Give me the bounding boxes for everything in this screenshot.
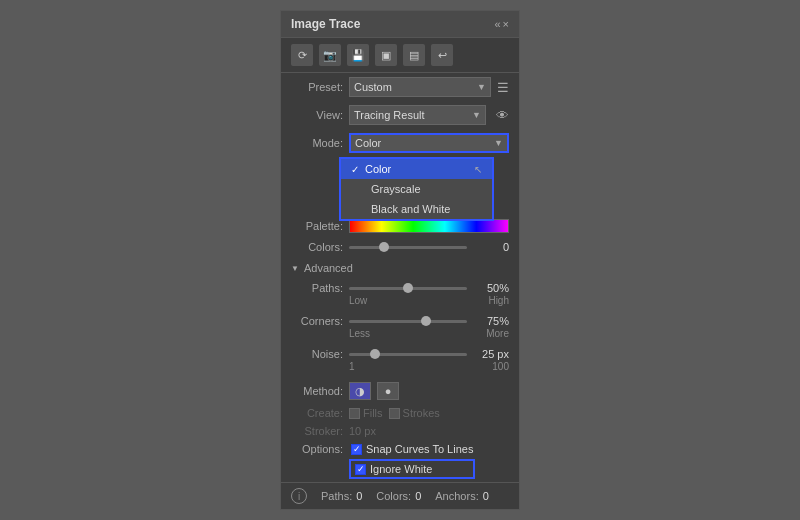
info-icon[interactable]: i — [291, 488, 307, 504]
fills-label: Fills — [363, 407, 383, 419]
close-icon[interactable]: × — [503, 18, 509, 30]
colors-row: Colors: 0 — [281, 237, 519, 257]
view-value: Tracing Result — [354, 109, 425, 121]
noise-min-label: 1 — [349, 361, 355, 372]
options-row: Options: ✓ Snap Curves To Lines ✓ Ignore… — [281, 440, 519, 482]
method-btn2[interactable]: ● — [377, 382, 399, 400]
paths-slider-wrap — [349, 287, 467, 290]
panel-header: Image Trace « × — [281, 11, 519, 38]
stroker-value: 10 px — [349, 425, 376, 437]
create-row: Create: Fills Strokes — [281, 404, 519, 422]
paths-slider-thumb[interactable] — [403, 283, 413, 293]
dropdown-bw-label: Black and White — [371, 203, 450, 215]
palette-gradient — [349, 219, 509, 233]
mode-dropdown-menu: ✓ Color ↖ Grayscale Black and White — [339, 157, 494, 221]
status-colors-value: 0 — [415, 490, 421, 502]
corners-more-label: More — [486, 328, 509, 339]
paths-slider-track[interactable] — [349, 287, 467, 290]
view-eye-icon[interactable]: 👁 — [496, 108, 509, 123]
advanced-section: ▼ Advanced — [281, 257, 519, 279]
preset-label: Preset: — [291, 81, 343, 93]
toolbar-trace-icon[interactable]: ⟳ — [291, 44, 313, 66]
noise-value: 25 px — [473, 348, 509, 360]
view-label: View: — [291, 109, 343, 121]
ignore-white-checkbox[interactable]: ✓ — [355, 464, 366, 475]
corners-slider-row: Corners: 75% Less More — [281, 312, 519, 345]
check-icon: ✓ — [351, 164, 359, 175]
colors-label: Colors: — [291, 241, 343, 253]
corners-slider-track[interactable] — [349, 320, 467, 323]
strokes-checkbox-label[interactable]: Strokes — [389, 407, 440, 419]
preset-value: Custom — [354, 81, 392, 93]
stroker-label: Stroker: — [291, 425, 343, 437]
noise-max-label: 100 — [492, 361, 509, 372]
paths-value: 50% — [473, 282, 509, 294]
mode-select[interactable]: Color ▼ — [349, 133, 509, 153]
stroker-row: Stroker: 10 px — [281, 422, 519, 440]
noise-slider-thumb[interactable] — [370, 349, 380, 359]
fills-checkbox-label[interactable]: Fills — [349, 407, 383, 419]
strokes-checkbox[interactable] — [389, 408, 400, 419]
paths-label: Paths: — [291, 282, 343, 294]
colors-slider-wrap — [349, 246, 467, 249]
fills-checkbox[interactable] — [349, 408, 360, 419]
preset-menu-icon[interactable]: ☰ — [497, 80, 509, 95]
view-row: View: Tracing Result ▼ 👁 — [281, 101, 519, 129]
dropdown-item-bw[interactable]: Black and White — [341, 199, 492, 219]
status-colors: Colors: 0 — [376, 490, 421, 502]
status-anchors: Anchors: 0 — [435, 490, 489, 502]
preset-arrow: ▼ — [477, 82, 486, 92]
dropdown-color-label: Color — [365, 163, 391, 175]
snap-curves-checkbox[interactable]: ✓ — [351, 444, 362, 455]
mode-value: Color — [355, 137, 381, 149]
view-arrow: ▼ — [472, 110, 481, 120]
dropdown-grayscale-label: Grayscale — [371, 183, 421, 195]
snap-curves-row: ✓ Snap Curves To Lines — [349, 443, 475, 455]
paths-low-label: Low — [349, 295, 367, 306]
snap-check-mark: ✓ — [353, 444, 361, 454]
options-checkboxes: ✓ Snap Curves To Lines ✓ Ignore White — [349, 443, 475, 479]
corners-slider-thumb[interactable] — [421, 316, 431, 326]
preset-select[interactable]: Custom ▼ — [349, 77, 491, 97]
paths-range-labels: Low High — [291, 294, 509, 309]
method-btn1[interactable]: ◑ — [349, 382, 371, 400]
corners-range-labels: Less More — [291, 327, 509, 342]
status-paths: Paths: 0 — [321, 490, 362, 502]
toolbar-camera-icon[interactable]: 📷 — [319, 44, 341, 66]
mode-row: Mode: Color ▼ ✓ Color ↖ Grayscale Black … — [281, 129, 519, 157]
ignore-white-check-mark: ✓ — [357, 464, 365, 474]
view-select[interactable]: Tracing Result ▼ — [349, 105, 486, 125]
dropdown-item-grayscale[interactable]: Grayscale — [341, 179, 492, 199]
corners-less-label: Less — [349, 328, 370, 339]
status-anchors-value: 0 — [483, 490, 489, 502]
snap-curves-label: Snap Curves To Lines — [366, 443, 473, 455]
toolbar-save-icon[interactable]: 💾 — [347, 44, 369, 66]
strokes-label: Strokes — [403, 407, 440, 419]
options-label: Options: — [291, 443, 343, 455]
advanced-triangle-icon[interactable]: ▼ — [291, 264, 299, 273]
noise-label: Noise: — [291, 348, 343, 360]
method-label: Method: — [291, 385, 343, 397]
noise-slider-track[interactable] — [349, 353, 467, 356]
double-arrow-icon[interactable]: « — [494, 18, 500, 30]
corners-value: 75% — [473, 315, 509, 327]
cursor-indicator: ↖ — [474, 164, 482, 175]
method-row: Method: ◑ ● — [281, 378, 519, 404]
mode-label: Mode: — [291, 137, 343, 149]
noise-slider-row: Noise: 25 px 1 100 — [281, 345, 519, 378]
paths-high-label: High — [488, 295, 509, 306]
colors-slider-thumb[interactable] — [379, 242, 389, 252]
paths-slider-row: Paths: 50% Low High — [281, 279, 519, 312]
toolbar-undo-icon[interactable]: ↩ — [431, 44, 453, 66]
colors-slider-track[interactable] — [349, 246, 467, 249]
advanced-label: Advanced — [304, 262, 353, 274]
dropdown-item-color[interactable]: ✓ Color ↖ — [341, 159, 492, 179]
preset-row: Preset: Custom ▼ ☰ — [281, 73, 519, 101]
toolbar-view1-icon[interactable]: ▣ — [375, 44, 397, 66]
toolbar-view2-icon[interactable]: ▤ — [403, 44, 425, 66]
palette-label: Palette: — [291, 220, 343, 232]
status-colors-label: Colors: — [376, 490, 411, 502]
ignore-white-row[interactable]: ✓ Ignore White — [349, 459, 475, 479]
noise-slider-wrap — [349, 353, 467, 356]
status-anchors-label: Anchors: — [435, 490, 478, 502]
